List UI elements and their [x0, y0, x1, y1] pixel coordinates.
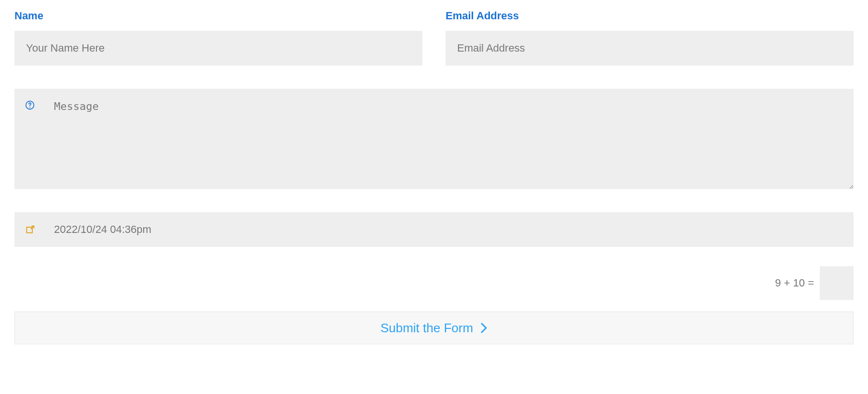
chevron-right-icon: [481, 323, 488, 333]
name-input[interactable]: [14, 31, 422, 66]
message-field-wrap: [14, 89, 854, 189]
submit-button[interactable]: Submit the Form: [14, 312, 854, 344]
email-input[interactable]: [446, 31, 854, 66]
compose-icon: [25, 225, 35, 234]
submit-button-label: Submit the Form: [380, 321, 473, 336]
captcha-input[interactable]: [820, 266, 854, 300]
captcha-row: 9 + 10 =: [14, 266, 854, 300]
datetime-input[interactable]: [14, 212, 854, 247]
email-col: Email Address: [446, 10, 854, 66]
captcha-question: 9 + 10 =: [775, 277, 814, 289]
name-col: Name: [14, 10, 422, 66]
contact-form-page: Name Email Address 9 + 10 =: [0, 0, 868, 394]
message-textarea[interactable]: [14, 89, 854, 189]
svg-point-1: [29, 107, 30, 108]
name-email-row: Name Email Address: [14, 10, 854, 66]
help-icon[interactable]: [25, 100, 35, 110]
datetime-field-wrap: [14, 212, 854, 247]
email-label: Email Address: [446, 10, 854, 22]
name-label: Name: [14, 10, 422, 22]
